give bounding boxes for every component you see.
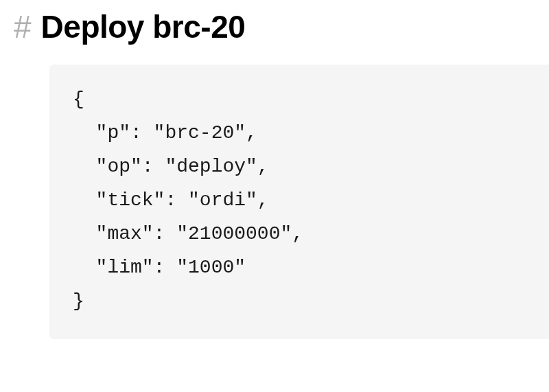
page-title: Deploy brc-20: [41, 8, 246, 45]
heading-hash-icon: #: [14, 8, 32, 45]
code-block: { "p": "brc-20", "op": "deploy", "tick":…: [49, 65, 549, 339]
code-content: { "p": "brc-20", "op": "deploy", "tick":…: [73, 82, 526, 318]
page-heading: # Deploy brc-20: [0, 0, 549, 45]
